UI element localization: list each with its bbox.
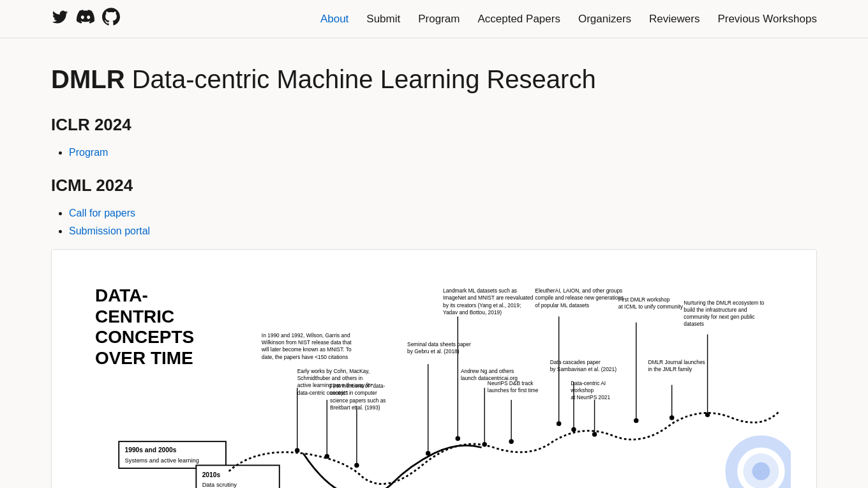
svg-text:First mentions of "data-: First mentions of "data-	[330, 383, 385, 389]
svg-text:DATA-: DATA-	[95, 286, 148, 305]
svg-text:by its creators (Yang et al., : by its creators (Yang et al., 2019;	[443, 302, 521, 309]
svg-text:datasets: datasets	[684, 321, 704, 327]
nav-previous-workshops[interactable]: Previous Workshops	[717, 11, 817, 27]
svg-point-47	[557, 422, 561, 426]
site-header: About Submit Program Accepted Papers Org…	[0, 0, 868, 38]
svg-text:First DMLR workshop: First DMLR workshop	[618, 296, 670, 303]
svg-text:will later become known as MNI: will later become known as MNIST. To	[261, 346, 352, 353]
iclr-heading: ICLR 2024	[51, 112, 817, 137]
svg-text:date, the papers have <150 cit: date, the papers have <150 citations	[262, 354, 348, 360]
svg-text:Data scrutiny: Data scrutiny	[202, 482, 237, 488]
timeline-visual: DATA- CENTRIC CONCEPTS OVER TIME 1990s a…	[52, 250, 816, 488]
svg-text:DMLR Journal launches: DMLR Journal launches	[648, 359, 705, 365]
svg-text:of popular ML datasets: of popular ML datasets	[535, 302, 589, 309]
list-item: Call for papers	[69, 206, 817, 221]
icml-links-list: Call for papers Submission portal	[51, 206, 817, 239]
svg-point-56	[592, 432, 597, 436]
svg-text:Landmark ML datasets such as: Landmark ML datasets such as	[443, 287, 517, 294]
svg-rect-4	[119, 441, 226, 468]
svg-text:science papers such as: science papers such as	[330, 397, 386, 404]
svg-point-71	[670, 415, 674, 420]
iclr-links-list: Program	[51, 145, 817, 160]
svg-point-43	[509, 439, 513, 443]
nav-program[interactable]: Program	[418, 11, 460, 27]
nav-submit[interactable]: Submit	[366, 11, 400, 27]
svg-point-11	[295, 448, 299, 452]
github-link[interactable]	[102, 8, 120, 30]
timeline-image-container: DATA- CENTRIC CONCEPTS OVER TIME 1990s a…	[51, 249, 817, 488]
svg-text:NeurIPS D&B track: NeurIPS D&B track	[488, 380, 534, 386]
svg-text:by Gebru et al. (2018): by Gebru et al. (2018)	[407, 348, 460, 355]
svg-point-65	[705, 413, 710, 417]
svg-text:Seminal data sheets paper: Seminal data sheets paper	[407, 341, 471, 347]
svg-text:EleutherAI, LAION, and other g: EleutherAI, LAION, and other groups	[535, 287, 622, 294]
svg-point-35	[426, 451, 430, 455]
svg-text:workshop: workshop	[570, 387, 594, 393]
svg-text:by Sambavisan et al. (2021): by Sambavisan et al. (2021)	[550, 366, 617, 372]
icml-heading: ICML 2024	[51, 173, 817, 198]
svg-point-29	[456, 436, 460, 441]
svg-text:at NeurIPS 2021: at NeurIPS 2021	[571, 394, 610, 400]
svg-text:community for next gen public: community for next gen public	[684, 314, 754, 320]
svg-text:Schmidthuber and others in: Schmidthuber and others in	[297, 375, 363, 381]
svg-text:In 1990 and 1992, Wilson, Garr: In 1990 and 1992, Wilson, Garris and	[262, 332, 350, 339]
svg-point-39	[482, 442, 486, 446]
discord-link[interactable]	[77, 8, 94, 30]
program-link[interactable]: Program	[69, 147, 108, 158]
page-title: DMLR Data-centric Machine Learning Resea…	[51, 64, 817, 95]
svg-point-61	[634, 418, 638, 423]
main-nav: About Submit Program Accepted Papers Org…	[320, 11, 817, 27]
svg-text:Andrew Ng and others: Andrew Ng and others	[461, 368, 514, 374]
svg-text:2010s: 2010s	[202, 471, 221, 478]
svg-text:Early works by Cohn, MacKay,: Early works by Cohn, MacKay,	[297, 368, 370, 374]
svg-text:CENTRIC: CENTRIC	[95, 307, 174, 326]
nav-organizers[interactable]: Organizers	[578, 11, 631, 27]
svg-text:Wilkinson from NIST release da: Wilkinson from NIST release data that	[262, 339, 352, 346]
svg-text:CONCEPTS: CONCEPTS	[95, 327, 194, 347]
svg-text:Nurturing the DMLR ecosystem t: Nurturing the DMLR ecosystem to	[684, 300, 764, 306]
nav-reviewers[interactable]: Reviewers	[649, 11, 700, 27]
svg-text:at ICML to unify community: at ICML to unify community	[618, 303, 684, 310]
svg-text:OVER TIME: OVER TIME	[95, 348, 193, 368]
svg-text:ImageNet and MNIST are reevalu: ImageNet and MNIST are reevaluated	[443, 294, 534, 301]
svg-text:in the JMLR family: in the JMLR family	[648, 366, 692, 372]
svg-point-52	[571, 427, 576, 432]
main-content: DMLR Data-centric Machine Learning Resea…	[0, 38, 868, 488]
svg-point-76	[752, 462, 770, 480]
svg-text:1990s and 2000s: 1990s and 2000s	[125, 446, 177, 454]
nav-accepted-papers[interactable]: Accepted Papers	[477, 11, 560, 27]
call-for-papers-link[interactable]: Call for papers	[69, 208, 135, 218]
svg-text:Breitbart et al. (1993): Breitbart et al. (1993)	[330, 404, 380, 411]
svg-point-17	[325, 454, 329, 459]
submission-portal-link[interactable]: Submission portal	[69, 225, 150, 236]
list-item: Program	[69, 145, 817, 160]
svg-text:compile and release new genera: compile and release new generations	[535, 294, 624, 301]
social-icons	[51, 8, 120, 30]
svg-text:Yadav and Bottou, 2019): Yadav and Bottou, 2019)	[443, 309, 502, 316]
nav-about[interactable]: About	[320, 11, 348, 27]
svg-text:launches for first time: launches for first time	[488, 387, 539, 393]
svg-text:centric" in computer: centric" in computer	[330, 390, 377, 397]
svg-text:Data cascades paper: Data cascades paper	[550, 359, 601, 365]
svg-text:build the infrastructure and: build the infrastructure and	[684, 307, 747, 313]
svg-text:Systems and active learning: Systems and active learning	[125, 457, 199, 464]
twitter-link[interactable]	[51, 8, 69, 30]
svg-text:Data-centric AI: Data-centric AI	[571, 380, 606, 386]
list-item: Submission portal	[69, 224, 817, 239]
svg-point-23	[354, 463, 359, 468]
